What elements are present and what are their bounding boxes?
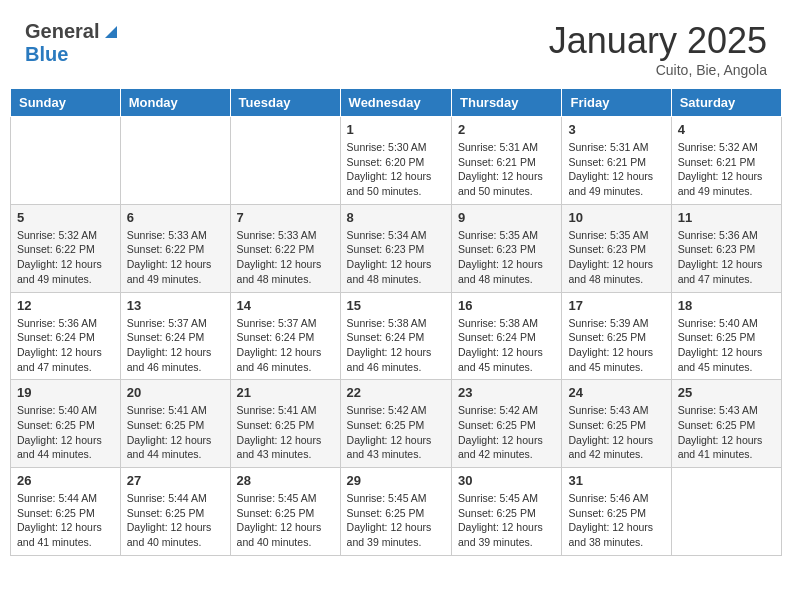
day-info: Sunrise: 5:39 AM Sunset: 6:25 PM Dayligh… [568, 316, 664, 375]
day-number: 12 [17, 298, 114, 313]
day-number: 15 [347, 298, 445, 313]
day-number: 14 [237, 298, 334, 313]
day-number: 24 [568, 385, 664, 400]
day-number: 16 [458, 298, 555, 313]
day-of-week-header: Thursday [452, 89, 562, 117]
day-info: Sunrise: 5:31 AM Sunset: 6:21 PM Dayligh… [458, 140, 555, 199]
calendar-cell: 29Sunrise: 5:45 AM Sunset: 6:25 PM Dayli… [340, 468, 451, 556]
calendar-cell: 23Sunrise: 5:42 AM Sunset: 6:25 PM Dayli… [452, 380, 562, 468]
day-number: 7 [237, 210, 334, 225]
calendar-cell: 11Sunrise: 5:36 AM Sunset: 6:23 PM Dayli… [671, 204, 781, 292]
day-number: 29 [347, 473, 445, 488]
day-number: 4 [678, 122, 775, 137]
calendar-cell: 16Sunrise: 5:38 AM Sunset: 6:24 PM Dayli… [452, 292, 562, 380]
calendar-cell: 17Sunrise: 5:39 AM Sunset: 6:25 PM Dayli… [562, 292, 671, 380]
day-number: 22 [347, 385, 445, 400]
day-of-week-header: Monday [120, 89, 230, 117]
day-info: Sunrise: 5:33 AM Sunset: 6:22 PM Dayligh… [127, 228, 224, 287]
day-info: Sunrise: 5:35 AM Sunset: 6:23 PM Dayligh… [458, 228, 555, 287]
calendar-cell: 21Sunrise: 5:41 AM Sunset: 6:25 PM Dayli… [230, 380, 340, 468]
calendar-cell: 8Sunrise: 5:34 AM Sunset: 6:23 PM Daylig… [340, 204, 451, 292]
calendar-cell [671, 468, 781, 556]
calendar-cell: 19Sunrise: 5:40 AM Sunset: 6:25 PM Dayli… [11, 380, 121, 468]
day-info: Sunrise: 5:45 AM Sunset: 6:25 PM Dayligh… [237, 491, 334, 550]
calendar-cell: 10Sunrise: 5:35 AM Sunset: 6:23 PM Dayli… [562, 204, 671, 292]
day-info: Sunrise: 5:45 AM Sunset: 6:25 PM Dayligh… [458, 491, 555, 550]
calendar-cell: 4Sunrise: 5:32 AM Sunset: 6:21 PM Daylig… [671, 117, 781, 205]
day-number: 13 [127, 298, 224, 313]
title-block: January 2025 Cuito, Bie, Angola [549, 20, 767, 78]
day-number: 18 [678, 298, 775, 313]
day-number: 20 [127, 385, 224, 400]
day-info: Sunrise: 5:36 AM Sunset: 6:23 PM Dayligh… [678, 228, 775, 287]
calendar-header-row: SundayMondayTuesdayWednesdayThursdayFrid… [11, 89, 782, 117]
location-subtitle: Cuito, Bie, Angola [549, 62, 767, 78]
day-number: 19 [17, 385, 114, 400]
day-number: 3 [568, 122, 664, 137]
day-number: 6 [127, 210, 224, 225]
calendar-cell: 15Sunrise: 5:38 AM Sunset: 6:24 PM Dayli… [340, 292, 451, 380]
day-of-week-header: Friday [562, 89, 671, 117]
day-info: Sunrise: 5:46 AM Sunset: 6:25 PM Dayligh… [568, 491, 664, 550]
calendar-cell [11, 117, 121, 205]
calendar-cell [120, 117, 230, 205]
day-number: 28 [237, 473, 334, 488]
calendar-cell: 3Sunrise: 5:31 AM Sunset: 6:21 PM Daylig… [562, 117, 671, 205]
day-info: Sunrise: 5:32 AM Sunset: 6:22 PM Dayligh… [17, 228, 114, 287]
day-number: 10 [568, 210, 664, 225]
day-info: Sunrise: 5:30 AM Sunset: 6:20 PM Dayligh… [347, 140, 445, 199]
day-info: Sunrise: 5:34 AM Sunset: 6:23 PM Dayligh… [347, 228, 445, 287]
calendar-cell: 25Sunrise: 5:43 AM Sunset: 6:25 PM Dayli… [671, 380, 781, 468]
day-info: Sunrise: 5:42 AM Sunset: 6:25 PM Dayligh… [458, 403, 555, 462]
day-info: Sunrise: 5:36 AM Sunset: 6:24 PM Dayligh… [17, 316, 114, 375]
day-number: 21 [237, 385, 334, 400]
logo-general-text: General [25, 20, 99, 43]
calendar-cell: 24Sunrise: 5:43 AM Sunset: 6:25 PM Dayli… [562, 380, 671, 468]
day-info: Sunrise: 5:43 AM Sunset: 6:25 PM Dayligh… [568, 403, 664, 462]
day-number: 23 [458, 385, 555, 400]
day-info: Sunrise: 5:41 AM Sunset: 6:25 PM Dayligh… [237, 403, 334, 462]
logo-blue-text: Blue [25, 43, 68, 65]
calendar-week-row: 12Sunrise: 5:36 AM Sunset: 6:24 PM Dayli… [11, 292, 782, 380]
day-number: 30 [458, 473, 555, 488]
calendar-cell: 20Sunrise: 5:41 AM Sunset: 6:25 PM Dayli… [120, 380, 230, 468]
day-info: Sunrise: 5:41 AM Sunset: 6:25 PM Dayligh… [127, 403, 224, 462]
calendar-cell [230, 117, 340, 205]
calendar-cell: 28Sunrise: 5:45 AM Sunset: 6:25 PM Dayli… [230, 468, 340, 556]
day-number: 31 [568, 473, 664, 488]
calendar-cell: 27Sunrise: 5:44 AM Sunset: 6:25 PM Dayli… [120, 468, 230, 556]
calendar-cell: 12Sunrise: 5:36 AM Sunset: 6:24 PM Dayli… [11, 292, 121, 380]
calendar-cell: 14Sunrise: 5:37 AM Sunset: 6:24 PM Dayli… [230, 292, 340, 380]
page-header: General Blue January 2025 Cuito, Bie, An… [10, 10, 782, 83]
day-of-week-header: Tuesday [230, 89, 340, 117]
day-info: Sunrise: 5:35 AM Sunset: 6:23 PM Dayligh… [568, 228, 664, 287]
svg-marker-0 [105, 26, 117, 38]
day-number: 26 [17, 473, 114, 488]
day-number: 8 [347, 210, 445, 225]
calendar-cell: 22Sunrise: 5:42 AM Sunset: 6:25 PM Dayli… [340, 380, 451, 468]
calendar-cell: 31Sunrise: 5:46 AM Sunset: 6:25 PM Dayli… [562, 468, 671, 556]
day-info: Sunrise: 5:44 AM Sunset: 6:25 PM Dayligh… [17, 491, 114, 550]
month-title: January 2025 [549, 20, 767, 62]
day-number: 25 [678, 385, 775, 400]
calendar-cell: 1Sunrise: 5:30 AM Sunset: 6:20 PM Daylig… [340, 117, 451, 205]
day-info: Sunrise: 5:32 AM Sunset: 6:21 PM Dayligh… [678, 140, 775, 199]
day-number: 27 [127, 473, 224, 488]
day-info: Sunrise: 5:40 AM Sunset: 6:25 PM Dayligh… [678, 316, 775, 375]
day-info: Sunrise: 5:38 AM Sunset: 6:24 PM Dayligh… [347, 316, 445, 375]
day-of-week-header: Sunday [11, 89, 121, 117]
day-info: Sunrise: 5:38 AM Sunset: 6:24 PM Dayligh… [458, 316, 555, 375]
calendar-week-row: 19Sunrise: 5:40 AM Sunset: 6:25 PM Dayli… [11, 380, 782, 468]
day-info: Sunrise: 5:37 AM Sunset: 6:24 PM Dayligh… [237, 316, 334, 375]
day-number: 9 [458, 210, 555, 225]
day-number: 2 [458, 122, 555, 137]
calendar-cell: 6Sunrise: 5:33 AM Sunset: 6:22 PM Daylig… [120, 204, 230, 292]
calendar-cell: 7Sunrise: 5:33 AM Sunset: 6:22 PM Daylig… [230, 204, 340, 292]
day-number: 1 [347, 122, 445, 137]
calendar-cell: 5Sunrise: 5:32 AM Sunset: 6:22 PM Daylig… [11, 204, 121, 292]
day-of-week-header: Saturday [671, 89, 781, 117]
calendar-cell: 26Sunrise: 5:44 AM Sunset: 6:25 PM Dayli… [11, 468, 121, 556]
calendar-cell: 30Sunrise: 5:45 AM Sunset: 6:25 PM Dayli… [452, 468, 562, 556]
calendar-week-row: 26Sunrise: 5:44 AM Sunset: 6:25 PM Dayli… [11, 468, 782, 556]
day-number: 17 [568, 298, 664, 313]
